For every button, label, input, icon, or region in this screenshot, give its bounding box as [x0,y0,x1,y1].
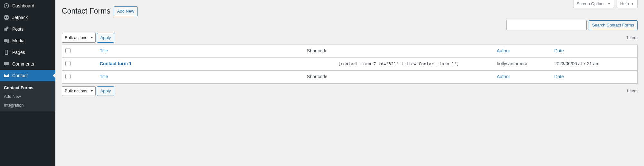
column-author[interactable]: Author [497,48,510,53]
column-title-bottom[interactable]: Title [100,74,108,79]
caret-down-icon: ▼ [631,2,634,5]
main-content: Screen Options ▼ Help ▼ Contact Forms Ad… [55,0,644,166]
shortcode-field[interactable] [307,61,490,66]
column-date[interactable]: Date [554,48,564,53]
row-date: 2023/06/06 at 7:21 am [554,61,599,66]
apply-button[interactable]: Apply [97,33,115,43]
column-author-bottom[interactable]: Author [497,74,510,79]
sidebar-item-label: Pages [12,50,25,55]
row-author: hollysantamera [497,61,527,66]
help-label: Help [620,1,629,6]
page-title: Contact Forms [62,6,110,16]
dashboard-icon [3,3,10,9]
sidebar-item-contact[interactable]: Contact [0,70,55,81]
contact-forms-table: Title Shortcode Author Date Contact form… [62,45,638,84]
items-count-bottom: 1 item [626,88,638,93]
column-shortcode: Shortcode [307,48,327,53]
caret-down-icon: ▼ [607,2,611,5]
sidebar-item-comments[interactable]: Comments [0,58,55,70]
search-button[interactable]: Search Contact Forms [589,20,638,30]
sidebar-subitem-contact-forms[interactable]: Contact Forms [0,83,55,92]
sidebar-item-dashboard[interactable]: Dashboard [0,0,55,12]
admin-sidebar: Dashboard Jetpack Posts Media Pages Comm… [0,0,55,166]
screen-options-tab[interactable]: Screen Options ▼ [573,0,614,8]
comments-icon [3,61,10,67]
sidebar-item-posts[interactable]: Posts [0,23,55,35]
pin-icon [3,26,10,32]
sidebar-submenu: Contact Forms Add New Integration [0,81,55,111]
sidebar-item-label: Dashboard [12,3,34,8]
sidebar-item-label: Media [12,38,24,43]
sidebar-item-media[interactable]: Media [0,35,55,47]
media-icon [3,37,10,44]
column-title[interactable]: Title [100,48,108,53]
mail-icon [3,72,10,79]
column-shortcode-bottom: Shortcode [307,74,327,79]
help-tab[interactable]: Help ▼ [617,0,638,8]
pages-icon [3,49,10,56]
sidebar-item-jetpack[interactable]: Jetpack [0,12,55,23]
sidebar-item-label: Comments [12,61,34,67]
svg-point-0 [4,15,9,20]
row-title-link[interactable]: Contact form 1 [100,61,132,66]
jetpack-icon [3,14,10,21]
items-count: 1 item [626,35,638,40]
column-date-bottom[interactable]: Date [554,74,564,79]
select-all-checkbox[interactable] [65,48,71,53]
row-checkbox[interactable] [65,61,71,66]
table-row: Contact form 1 hollysantamera 2023/06/06… [62,57,638,70]
select-all-checkbox-bottom[interactable] [65,74,71,79]
sidebar-item-pages[interactable]: Pages [0,47,55,58]
sidebar-item-label: Jetpack [12,15,28,20]
top-tabs: Screen Options ▼ Help ▼ [573,0,638,8]
sidebar-subitem-integration[interactable]: Integration [0,101,55,109]
bulk-actions-select-bottom[interactable]: Bulk actions [62,86,96,96]
apply-button-bottom[interactable]: Apply [97,86,115,96]
search-input[interactable] [506,20,587,30]
sidebar-subitem-add-new[interactable]: Add New [0,92,55,101]
bulk-actions-select[interactable]: Bulk actions [62,33,96,43]
add-new-button[interactable]: Add New [114,6,138,16]
screen-options-label: Screen Options [577,1,606,6]
sidebar-item-label: Posts [12,26,24,32]
sidebar-item-label: Contact [12,73,28,78]
